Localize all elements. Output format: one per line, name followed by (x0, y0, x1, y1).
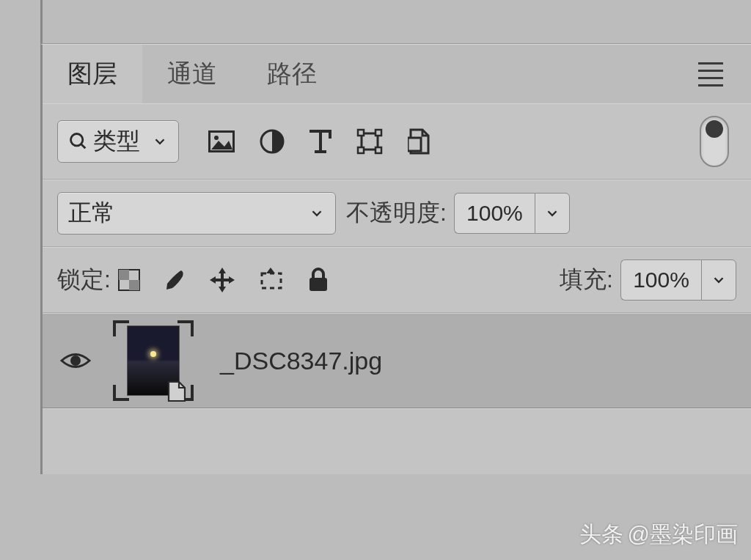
smart-object-badge-icon (167, 380, 186, 402)
svg-point-0 (71, 134, 83, 146)
workspace-gap (40, 0, 751, 44)
text-layer-filter-icon[interactable] (309, 129, 331, 154)
watermark: 头条 @墨染印画 (579, 520, 738, 550)
adjustment-layer-filter-icon[interactable] (260, 129, 285, 154)
svg-rect-10 (376, 147, 381, 153)
fill-value-input[interactable]: 100% (620, 259, 701, 301)
svg-point-18 (70, 355, 81, 366)
lock-position-move-icon[interactable] (209, 267, 235, 293)
layers-empty-area (43, 408, 751, 474)
chevron-down-icon (152, 133, 168, 150)
filter-row: 类型 (43, 103, 751, 180)
layers-panel: 图层 通道 路径 类型 (40, 44, 751, 474)
svg-rect-17 (309, 278, 327, 291)
svg-rect-9 (358, 147, 364, 153)
smart-object-filter-icon[interactable] (408, 128, 431, 155)
fill-label: 填充: (560, 264, 613, 296)
fill-dropdown-button[interactable] (701, 259, 736, 301)
visibility-eye-icon[interactable] (60, 350, 91, 372)
filter-type-icons (208, 128, 431, 155)
lock-label: 锁定: (57, 264, 111, 296)
svg-rect-8 (376, 130, 381, 136)
lock-all-icon[interactable] (307, 268, 329, 292)
tab-paths[interactable]: 路径 (242, 45, 342, 103)
blend-mode-value: 正常 (68, 197, 115, 229)
svg-rect-7 (358, 130, 364, 136)
svg-rect-14 (129, 280, 139, 290)
filter-kind-dropdown[interactable]: 类型 (57, 120, 179, 163)
lock-transparency-icon[interactable] (118, 269, 140, 291)
tab-channels[interactable]: 通道 (142, 45, 242, 103)
svg-rect-13 (119, 270, 129, 280)
svg-rect-11 (408, 138, 421, 151)
panel-menu-icon[interactable] (692, 56, 729, 92)
opacity-dropdown-button[interactable] (535, 193, 570, 234)
svg-marker-16 (266, 268, 275, 273)
watermark-handle: @墨染印画 (628, 520, 738, 550)
search-icon (68, 131, 89, 152)
lock-artboard-icon[interactable] (257, 268, 285, 292)
layers-list: _DSC8347.jpg (43, 313, 751, 474)
panel-tab-row: 图层 通道 路径 (43, 45, 751, 103)
layer-thumbnail[interactable] (113, 320, 194, 401)
chevron-down-icon (309, 205, 325, 221)
layer-row[interactable]: _DSC8347.jpg (43, 313, 751, 408)
blend-row: 正常 不透明度: 100% (43, 180, 751, 247)
lock-icons-group (118, 267, 329, 293)
layer-name-label[interactable]: _DSC8347.jpg (220, 347, 382, 375)
filter-kind-label: 类型 (93, 125, 140, 158)
svg-marker-4 (211, 141, 232, 150)
shape-layer-filter-icon[interactable] (356, 128, 383, 155)
opacity-label: 不透明度: (346, 197, 447, 229)
filter-toggle-switch[interactable] (700, 116, 729, 167)
watermark-prefix: 头条 (579, 520, 623, 550)
svg-line-1 (81, 144, 86, 149)
pixel-layer-filter-icon[interactable] (208, 130, 235, 152)
svg-point-3 (214, 136, 219, 140)
tab-layers[interactable]: 图层 (43, 45, 142, 103)
svg-marker-15 (210, 268, 235, 292)
blend-mode-dropdown[interactable]: 正常 (57, 192, 336, 235)
lock-row: 锁定: 填充: 100% (43, 247, 751, 313)
lock-pixels-brush-icon[interactable] (162, 268, 187, 292)
opacity-value-input[interactable]: 100% (454, 193, 535, 234)
